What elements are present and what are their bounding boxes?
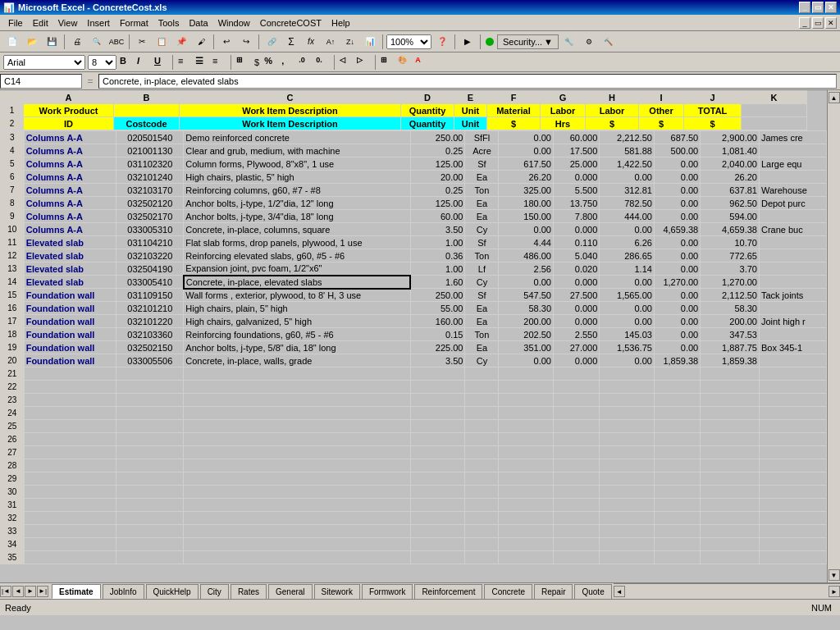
empty-cell-21-3[interactable] xyxy=(184,368,411,381)
cell-G-11[interactable]: 0.110 xyxy=(554,236,600,249)
empty-cell-28-7[interactable] xyxy=(554,459,600,472)
empty-cell-31-10[interactable] xyxy=(701,499,760,512)
cell-H-7[interactable]: 312.81 xyxy=(600,184,655,197)
empty-cell-24-6[interactable] xyxy=(499,407,554,420)
cell-D-20[interactable]: 3.50 xyxy=(410,354,465,368)
row-num-8[interactable]: 8 xyxy=(1,197,25,210)
h1-total[interactable]: TOTAL xyxy=(684,104,742,117)
empty-cell-31-6[interactable] xyxy=(499,499,554,512)
cell-J-20[interactable]: 1,859.38 xyxy=(701,354,760,368)
cell-C-8[interactable]: Anchor bolts, j-type, 1/2"dia, 12" long xyxy=(184,197,411,210)
cell-F-20[interactable]: 0.00 xyxy=(499,354,554,368)
sheet-tab-quickhelp[interactable]: QuickHelp xyxy=(146,584,199,599)
cell-G-18[interactable]: 2.550 xyxy=(554,328,600,341)
cell-K-20[interactable] xyxy=(759,354,826,368)
cell-I-18[interactable]: 0.00 xyxy=(654,328,700,341)
empty-cell-34-3[interactable] xyxy=(184,538,411,551)
row-num-25[interactable]: 25 xyxy=(1,420,25,433)
cell-B-9[interactable]: 032502170 xyxy=(116,210,184,223)
empty-cell-21-9[interactable] xyxy=(654,368,700,381)
cell-H-8[interactable]: 782.50 xyxy=(600,197,655,210)
cell-F-18[interactable]: 202.50 xyxy=(499,328,554,341)
scroll-left-button[interactable]: ◄ xyxy=(614,586,625,597)
empty-cell-29-11[interactable] xyxy=(759,472,826,486)
cell-A-13[interactable]: Elevated slab xyxy=(24,262,116,276)
empty-cell-26-11[interactable] xyxy=(759,433,826,446)
cell-J-11[interactable]: 10.70 xyxy=(701,236,760,249)
row-num-27[interactable]: 27 xyxy=(1,446,25,459)
empty-cell-26-7[interactable] xyxy=(554,433,600,446)
scroll-down-button[interactable]: ▼ xyxy=(829,569,840,581)
sheet-tab-reinforcement[interactable]: Reinforcement xyxy=(414,584,482,599)
empty-cell-26-1[interactable] xyxy=(24,433,116,446)
cell-E-20[interactable]: Cy xyxy=(465,354,499,368)
cell-E-8[interactable]: Ea xyxy=(465,197,499,210)
cell-C-4[interactable]: Clear and grub, medium, with machine xyxy=(184,144,411,158)
cell-D-7[interactable]: 0.25 xyxy=(410,184,465,197)
empty-cell-28-9[interactable] xyxy=(654,459,700,472)
align-center-button[interactable]: ☰ xyxy=(194,55,209,70)
empty-cell-32-2[interactable] xyxy=(116,512,184,525)
empty-cell-32-10[interactable] xyxy=(701,512,760,525)
cell-D-10[interactable]: 3.50 xyxy=(410,223,465,236)
redo-button[interactable]: ↪ xyxy=(237,33,255,51)
menu-window[interactable]: Window xyxy=(213,16,255,30)
cell-G-16[interactable]: 0.000 xyxy=(554,302,600,315)
empty-cell-22-9[interactable] xyxy=(654,381,700,394)
italic-button[interactable]: I xyxy=(136,55,151,70)
empty-cell-28-11[interactable] xyxy=(759,459,826,472)
empty-cell-29-2[interactable] xyxy=(116,472,184,486)
cell-B-14[interactable]: 033005410 xyxy=(116,276,184,289)
cell-E-17[interactable]: Ea xyxy=(465,315,499,328)
empty-cell-32-9[interactable] xyxy=(654,512,700,525)
cell-F-17[interactable]: 200.00 xyxy=(499,315,554,328)
row-num-19[interactable]: 19 xyxy=(1,341,25,354)
empty-cell-29-5[interactable] xyxy=(465,472,499,486)
cell-I-17[interactable]: 0.00 xyxy=(654,315,700,328)
empty-cell-24-5[interactable] xyxy=(465,407,499,420)
cell-H-15[interactable]: 1,565.00 xyxy=(600,289,655,302)
empty-cell-28-5[interactable] xyxy=(465,459,499,472)
row-num-30[interactable]: 30 xyxy=(1,486,25,499)
play-button[interactable]: ▶ xyxy=(459,33,477,51)
menu-insert[interactable]: Insert xyxy=(82,16,115,30)
cell-J-15[interactable]: 2,112.50 xyxy=(701,289,760,302)
cell-I-6[interactable]: 0.00 xyxy=(654,171,700,184)
cell-B-4[interactable]: 021001130 xyxy=(116,144,184,158)
row-num-4[interactable]: 4 xyxy=(1,144,25,158)
cell-G-17[interactable]: 0.000 xyxy=(554,315,600,328)
cell-A-19[interactable]: Foundation wall xyxy=(24,341,116,354)
tools-btn-1[interactable]: 🔧 xyxy=(560,33,578,51)
cell-J-4[interactable]: 1,081.40 xyxy=(701,144,760,158)
cell-I-3[interactable]: 687.50 xyxy=(654,131,700,144)
cell-D-9[interactable]: 60.00 xyxy=(410,210,465,223)
font-name-select[interactable]: Arial xyxy=(3,55,85,70)
cell-B-8[interactable]: 032502120 xyxy=(116,197,184,210)
cell-C-16[interactable]: High chairs, plain, 5" high xyxy=(184,302,411,315)
empty-cell-34-4[interactable] xyxy=(410,538,465,551)
cell-C-11[interactable]: Flat slab forms, drop panels, plywood, 1… xyxy=(184,236,411,249)
empty-cell-26-8[interactable] xyxy=(600,433,655,446)
cell-C-20[interactable]: Concrete, in-place, walls, grade xyxy=(184,354,411,368)
empty-cell-31-7[interactable] xyxy=(554,499,600,512)
col-header-E[interactable]: E xyxy=(454,91,487,104)
cell-H-14[interactable]: 0.00 xyxy=(600,276,655,289)
cell-D-15[interactable]: 250.00 xyxy=(410,289,465,302)
tab-next-button[interactable]: ► xyxy=(25,586,36,597)
cell-J-7[interactable]: 637.81 xyxy=(701,184,760,197)
cell-C-17[interactable]: High chairs, galvanized, 5" high xyxy=(184,315,411,328)
empty-cell-25-8[interactable] xyxy=(600,420,655,433)
empty-cell-22-5[interactable] xyxy=(465,381,499,394)
cell-K-19[interactable]: Box 345-1 xyxy=(759,341,826,354)
empty-cell-25-11[interactable] xyxy=(759,420,826,433)
sheet-tab-jobinfo[interactable]: JobInfo xyxy=(103,584,144,599)
insert-hyperlink-button[interactable]: 🔗 xyxy=(262,33,281,51)
cell-K-8[interactable]: Depot purc xyxy=(759,197,826,210)
row-num-24[interactable]: 24 xyxy=(1,407,25,420)
cell-J-16[interactable]: 58.30 xyxy=(701,302,760,315)
row-num-13[interactable]: 13 xyxy=(1,262,25,276)
empty-cell-25-5[interactable] xyxy=(465,420,499,433)
app-close-button[interactable]: ✕ xyxy=(825,17,837,29)
empty-cell-33-10[interactable] xyxy=(701,525,760,538)
sheet-tab-estimate[interactable]: Estimate xyxy=(52,584,101,599)
